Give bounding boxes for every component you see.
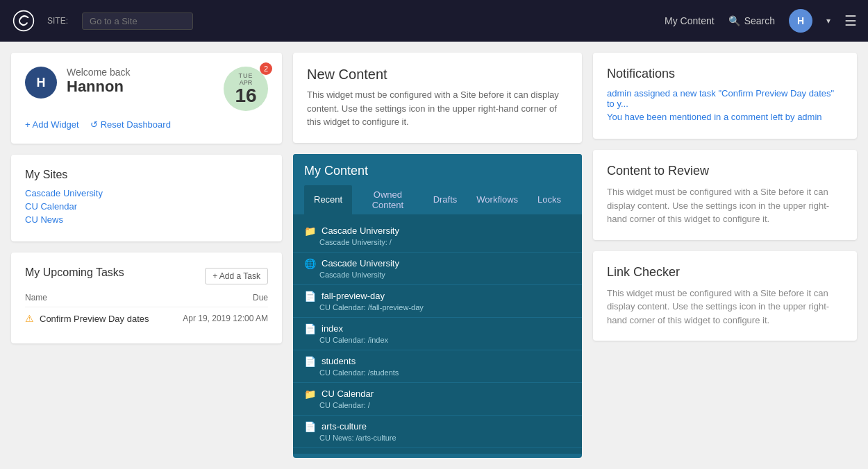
content-item-path: CU Calendar: /students: [304, 368, 571, 377]
user-avatar-header[interactable]: H: [789, 9, 812, 33]
list-item[interactable]: 📄 students CU Calendar: /students: [293, 350, 582, 383]
content-type-icon: 📄: [304, 323, 316, 334]
tasks-card: My Upcoming Tasks + Add a Task Name Due …: [11, 253, 282, 343]
new-content-title: New Content: [307, 67, 568, 83]
link-checker-title: Link Checker: [607, 265, 843, 280]
cal-day: TUE: [239, 72, 253, 79]
search-button[interactable]: 🔍 Search: [728, 15, 775, 26]
middle-column: New Content This widget must be configur…: [282, 53, 593, 458]
content-item-name: 📄 students: [304, 356, 571, 367]
tasks-table-header: Name Due: [25, 293, 268, 307]
notifications-list: admin assigned a new task "Confirm Previ…: [607, 88, 843, 122]
hamburger-icon[interactable]: ☰: [844, 12, 857, 29]
content-item-path: CU Calendar: /fall-preview-day: [304, 303, 571, 312]
content-type-icon: 📁: [304, 389, 316, 400]
link-checker-card: Link Checker This widget must be configu…: [593, 251, 857, 341]
content-item-label: fall-preview-day: [322, 291, 385, 301]
col-name: Name: [25, 293, 47, 302]
my-content-widget-title: My Content: [304, 164, 571, 178]
header-right: My Content 🔍 Search H ▾ ☰: [665, 9, 857, 33]
content-item-name: 📄 fall-preview-day: [304, 291, 571, 302]
task-label: Confirm Preview Day dates: [40, 314, 149, 324]
content-item-label: students: [322, 356, 356, 366]
content-item-name: 🌐 Cascade University: [304, 258, 571, 269]
notification-link[interactable]: You have been mentioned in a comment lef…: [607, 112, 843, 122]
notifications-card: Notifications admin assigned a new task …: [593, 53, 857, 139]
reset-label: Reset Dashboard: [101, 119, 171, 130]
notification-link[interactable]: admin assigned a new task "Confirm Previ…: [607, 88, 843, 109]
add-task-button[interactable]: + Add a Task: [205, 268, 268, 284]
tasks-table: Name Due ⚠ Confirm Preview Day dates Apr…: [25, 293, 268, 330]
site-link[interactable]: CU Calendar: [25, 201, 268, 212]
tab-workflows[interactable]: Workflows: [467, 185, 528, 214]
welcome-actions: + Add Widget ↺ Reset Dashboard: [25, 119, 268, 130]
welcome-text: Welcome back Hannon: [67, 67, 131, 96]
notifications-title: Notifications: [607, 67, 843, 81]
content-type-icon: 📄: [304, 291, 316, 302]
list-item[interactable]: 📄 fall-preview-day CU Calendar: /fall-pr…: [293, 285, 582, 318]
content-type-icon: 🌐: [304, 258, 316, 269]
link-checker-desc: This widget must be configured with a Si…: [607, 287, 843, 327]
content-to-review-title: Content to Review: [607, 164, 843, 178]
list-item[interactable]: 📁 Cascade University Cascade University:…: [293, 220, 582, 253]
tasks-header: My Upcoming Tasks + Add a Task: [25, 266, 268, 286]
logo[interactable]: [11, 8, 36, 33]
content-tabs: RecentOwned ContentDraftsWorkflowsLocks: [304, 185, 571, 214]
welcome-card: H Welcome back Hannon 2 TUE APR 16 +: [11, 53, 282, 144]
content-item-path: Cascade University: /: [304, 238, 571, 246]
reset-dashboard-button[interactable]: ↺ Reset Dashboard: [90, 119, 171, 130]
content-type-icon: 📄: [304, 356, 316, 367]
site-label: SITE:: [47, 16, 68, 26]
right-column: Notifications admin assigned a new task …: [593, 53, 857, 458]
list-item[interactable]: 🌐 Cascade University Cascade University: [293, 253, 582, 285]
calendar-badge: 2 TUE APR 16: [224, 67, 268, 111]
content-item-label: arts-culture: [322, 421, 367, 432]
tab-recent[interactable]: Recent: [304, 185, 352, 214]
my-sites-card: My Sites Cascade UniversityCU CalendarCU…: [11, 155, 282, 241]
list-item[interactable]: 📄 index CU Calendar: /index: [293, 318, 582, 350]
site-input[interactable]: [82, 12, 193, 30]
site-link[interactable]: CU News: [25, 214, 268, 225]
username-label: Hannon: [67, 78, 131, 96]
content-item-path: CU Calendar: /: [304, 401, 571, 409]
tab-drafts[interactable]: Drafts: [424, 185, 467, 214]
tasks-list: ⚠ Confirm Preview Day dates Apr 19, 2019…: [25, 307, 268, 330]
search-label: Search: [744, 15, 775, 26]
add-task-label: + Add a Task: [212, 271, 260, 281]
list-item[interactable]: 📄 arts-culture CU News: /arts-culture: [293, 416, 582, 448]
content-item-path: Cascade University: [304, 271, 571, 279]
tab-owned-content[interactable]: Owned Content: [352, 185, 423, 214]
new-content-card: New Content This widget must be configur…: [293, 53, 582, 143]
search-icon: 🔍: [728, 15, 740, 26]
task-icon: ⚠: [25, 313, 34, 324]
content-to-review-card: Content to Review This widget must be co…: [593, 150, 857, 240]
my-content-widget: My Content RecentOwned ContentDraftsWork…: [293, 154, 582, 459]
content-item-name: 📁 CU Calendar: [304, 389, 571, 400]
content-item-path: CU Calendar: /index: [304, 336, 571, 344]
user-avatar: H: [25, 67, 57, 99]
cal-date: 16: [235, 86, 256, 105]
content-item-label: CU Calendar: [322, 389, 374, 399]
content-to-review-desc: This widget must be configured with a Si…: [607, 185, 843, 226]
content-item-path: CU News: /arts-culture: [304, 434, 571, 442]
sites-list: Cascade UniversityCU CalendarCU News: [25, 188, 268, 225]
col-due: Due: [253, 293, 268, 302]
tab-locks[interactable]: Locks: [528, 185, 571, 214]
main-content: H Welcome back Hannon 2 TUE APR 16 +: [0, 42, 868, 469]
list-item[interactable]: 📁 CU Calendar CU Calendar: /: [293, 383, 582, 416]
my-content-link[interactable]: My Content: [665, 15, 715, 26]
content-item-name: 📁 Cascade University: [304, 225, 571, 237]
content-list: 📁 Cascade University Cascade University:…: [293, 214, 582, 454]
table-row: ⚠ Confirm Preview Day dates Apr 19, 2019…: [25, 307, 268, 330]
header: SITE: My Content 🔍 Search H ▾ ☰: [0, 0, 868, 42]
task-name[interactable]: ⚠ Confirm Preview Day dates: [25, 313, 149, 324]
content-item-label: index: [322, 323, 343, 334]
chevron-down-icon[interactable]: ▾: [826, 16, 831, 26]
content-item-name: 📄 index: [304, 323, 571, 334]
my-content-widget-header: My Content RecentOwned ContentDraftsWork…: [293, 154, 582, 214]
content-item-label: Cascade University: [322, 258, 399, 268]
add-widget-button[interactable]: + Add Widget: [25, 119, 79, 130]
content-item-name: 📄 arts-culture: [304, 421, 571, 432]
task-due: Apr 19, 2019 12:00 AM: [183, 314, 268, 323]
site-link[interactable]: Cascade University: [25, 188, 268, 198]
